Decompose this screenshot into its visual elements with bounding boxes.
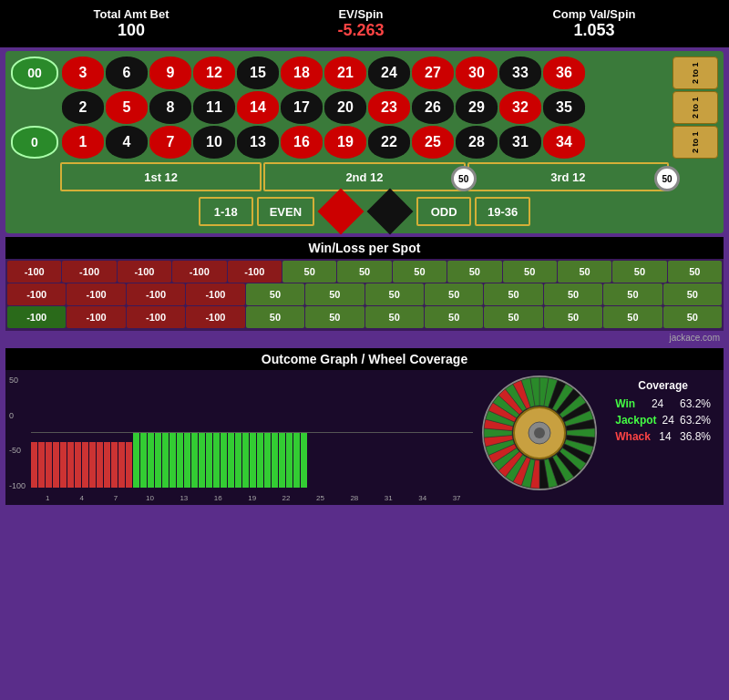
- cell-22[interactable]: 22: [368, 126, 410, 159]
- bar-green-23: [301, 433, 307, 488]
- wl-cell-0-8: 50: [447, 261, 501, 283]
- wl-cell-2-8: 50: [484, 306, 542, 328]
- cell-23[interactable]: 23: [368, 91, 410, 124]
- chip-dozen-2[interactable]: 50: [451, 166, 477, 191]
- bet-even[interactable]: EVEN: [257, 197, 314, 226]
- wl-cell-0-1: -100: [62, 261, 116, 283]
- cell-30[interactable]: 30: [456, 57, 498, 89]
- cell-00[interactable]: 00: [11, 57, 58, 89]
- cell-14[interactable]: 14: [237, 91, 279, 124]
- dozen-3-box[interactable]: 3rd 12 50: [467, 162, 669, 191]
- x-label-10: 10: [133, 494, 166, 502]
- wl-cell-2-1: -100: [67, 306, 125, 328]
- bar-red-7: [82, 442, 88, 488]
- outside-bets-row: 1-18 EVEN ODD 19-36: [11, 195, 718, 228]
- header-bar: Total Amt Bet 100 EV/Spin -5.263 Comp Va…: [0, 0, 729, 47]
- cell-13[interactable]: 13: [237, 126, 279, 159]
- jackace-attribution: jackace.com: [5, 331, 724, 345]
- black-diamond[interactable]: [367, 189, 414, 235]
- dozen-2-box[interactable]: 2nd 12 50: [263, 162, 465, 191]
- cell-6[interactable]: 6: [106, 57, 148, 89]
- bar-green-18: [264, 433, 271, 488]
- bar-green-15: [242, 433, 249, 488]
- cell-29[interactable]: 29: [456, 91, 498, 124]
- cell-8[interactable]: 8: [149, 91, 191, 124]
- wl-cell-1-9: 50: [544, 283, 602, 305]
- wl-cell-0-9: 50: [503, 261, 557, 283]
- cell-19[interactable]: 19: [324, 126, 366, 159]
- winloss-title: Win/Loss per Spot: [5, 237, 724, 259]
- two-to-one-mid[interactable]: 2 to 1: [673, 91, 718, 124]
- coverage-whack-row: Whack 14 36.8%: [615, 430, 711, 443]
- bar-green-19: [272, 433, 278, 488]
- x-labels: 14710131619222528313437: [9, 494, 473, 502]
- bar-green-20: [279, 433, 285, 488]
- cell-26[interactable]: 26: [412, 91, 454, 124]
- bar-green-21: [286, 433, 293, 488]
- cell-27[interactable]: 27: [412, 57, 454, 89]
- cell-21[interactable]: 21: [324, 57, 366, 89]
- wl-cell-2-2: -100: [127, 306, 185, 328]
- wl-cell-1-2: -100: [127, 283, 185, 305]
- wl-cell-1-7: 50: [425, 283, 483, 305]
- wl-cell-2-11: 50: [663, 306, 722, 328]
- cell-33[interactable]: 33: [499, 57, 541, 89]
- cell-3[interactable]: 3: [62, 57, 104, 89]
- cell-2[interactable]: 2: [62, 91, 104, 124]
- bar-red-2: [46, 442, 52, 488]
- cell-32[interactable]: 32: [499, 91, 541, 124]
- cell-25[interactable]: 25: [412, 126, 454, 159]
- bar-red-4: [60, 442, 67, 488]
- bar-green-9: [199, 433, 205, 488]
- coverage-whack-count: 14: [659, 430, 671, 443]
- svg-point-3: [534, 427, 545, 438]
- cell-0[interactable]: 0: [11, 126, 58, 159]
- total-bet-col: Total Amt Bet 100: [93, 7, 169, 40]
- chip-dozen-3[interactable]: 50: [654, 166, 680, 191]
- coverage-jackpot-label: Jackpot: [615, 414, 656, 427]
- cell-28[interactable]: 28: [456, 126, 498, 159]
- winloss-row-0: -100-100-100-100-1005050505050505050: [7, 261, 722, 283]
- cell-4[interactable]: 4: [106, 126, 148, 159]
- y-label-0: 0: [9, 411, 31, 420]
- cell-20[interactable]: 20: [324, 91, 366, 124]
- cell-31[interactable]: 31: [499, 126, 541, 159]
- cell-10[interactable]: 10: [193, 126, 235, 159]
- bar-red-10: [104, 442, 110, 488]
- bar-red-8: [89, 442, 96, 488]
- cell-17[interactable]: 17: [281, 91, 323, 124]
- bet-odd[interactable]: ODD: [416, 197, 471, 226]
- cell-16[interactable]: 16: [281, 126, 323, 159]
- wl-cell-0-7: 50: [393, 261, 447, 283]
- two-to-one-bot[interactable]: 2 to 1: [673, 126, 718, 159]
- cell-35[interactable]: 35: [543, 91, 585, 124]
- wl-cell-0-6: 50: [337, 261, 391, 283]
- total-bet-value: 100: [93, 21, 169, 40]
- cell-12[interactable]: 12: [193, 57, 235, 89]
- cell-5[interactable]: 5: [106, 91, 148, 124]
- coverage-jackpot-row: Jackpot 24 63.2%: [615, 414, 711, 427]
- wl-cell-2-3: -100: [186, 306, 244, 328]
- cell-1[interactable]: 1: [62, 126, 104, 159]
- bet-1-18[interactable]: 1-18: [199, 197, 253, 226]
- cell-9[interactable]: 9: [149, 57, 191, 89]
- cell-36[interactable]: 36: [543, 57, 585, 89]
- dozen-1-box[interactable]: 1st 12: [60, 162, 262, 191]
- cell-24[interactable]: 24: [368, 57, 410, 89]
- red-diamond[interactable]: [318, 189, 364, 235]
- cell-11[interactable]: 11: [193, 91, 235, 124]
- cell-34[interactable]: 34: [543, 126, 585, 159]
- x-label-22: 22: [270, 494, 303, 502]
- x-label-25: 25: [303, 494, 336, 502]
- bet-19-36[interactable]: 19-36: [475, 197, 530, 226]
- bar-green-12: [221, 433, 227, 488]
- bar-red-12: [118, 442, 125, 488]
- bar-green-17: [257, 433, 263, 488]
- roulette-wheel: [480, 374, 599, 492]
- two-to-one-top[interactable]: 2 to 1: [673, 57, 718, 89]
- cell-15[interactable]: 15: [237, 57, 279, 89]
- cell-7[interactable]: 7: [149, 126, 191, 159]
- cell-18[interactable]: 18: [281, 57, 323, 89]
- winloss-grid: -100-100-100-100-1005050505050505050-100…: [5, 259, 724, 331]
- y-label-neg50: -50: [9, 446, 31, 455]
